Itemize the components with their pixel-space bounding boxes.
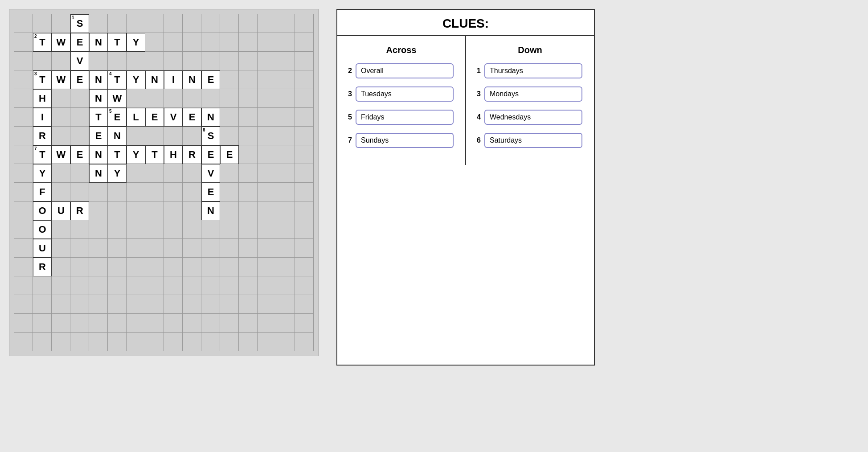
grid-cell: [239, 89, 258, 108]
cell-number: 3: [34, 72, 37, 76]
grid-cell: [258, 145, 276, 164]
grid-cell: N: [89, 89, 108, 108]
grid-cell: [183, 239, 201, 258]
grid-cell: [183, 52, 201, 70]
grid-cell: [201, 276, 220, 295]
grid-cell: [164, 276, 183, 295]
grid-cell: [52, 239, 70, 258]
grid-cell: E: [70, 145, 89, 164]
grid-cell: E: [70, 70, 89, 89]
grid-cell: [52, 127, 70, 145]
grid-cell: [295, 108, 314, 127]
grid-cell: [164, 183, 183, 201]
clue-row: 6: [473, 133, 587, 148]
clue-input[interactable]: [356, 110, 454, 125]
cell-letter: U: [57, 205, 65, 217]
grid-cell: E: [201, 70, 220, 89]
grid-cell: [164, 220, 183, 239]
cell-letter: E: [208, 186, 214, 198]
grid-cell: [258, 127, 276, 145]
grid-cell: [239, 108, 258, 127]
grid-cell: [89, 295, 108, 314]
grid-cell: [14, 258, 33, 276]
grid-cell: R: [70, 201, 89, 220]
grid-cell: [164, 258, 183, 276]
grid-cell: N: [108, 127, 127, 145]
grid-cell: [258, 276, 276, 295]
grid-cell: [145, 276, 164, 295]
clue-input[interactable]: [484, 133, 582, 148]
grid-cell: [145, 127, 164, 145]
grid-cell: O: [33, 220, 52, 239]
grid-cell: [239, 52, 258, 70]
grid-cell: F: [33, 183, 52, 201]
grid-cell: [239, 333, 258, 351]
grid-cell: I: [33, 108, 52, 127]
grid-cell: R: [33, 258, 52, 276]
down-clues: 1346: [473, 63, 587, 148]
crossword-grid: 1S2TWENTYV3TWEN4TYNINEHNWIT5ELEVENREN6S7…: [14, 14, 314, 351]
grid-cell: [52, 295, 70, 314]
grid-cell: [52, 276, 70, 295]
clue-input[interactable]: [484, 63, 582, 78]
grid-cell: [145, 333, 164, 351]
grid-cell: [145, 52, 164, 70]
grid-cell: [145, 220, 164, 239]
grid-cell: [258, 220, 276, 239]
grid-cell: [220, 164, 239, 183]
grid-cell: [239, 127, 258, 145]
grid-cell: W: [52, 33, 70, 52]
grid-cell: [276, 276, 295, 295]
grid-cell: [52, 89, 70, 108]
grid-cell: [201, 258, 220, 276]
grid-cell: [276, 258, 295, 276]
cell-letter: O: [38, 205, 46, 217]
grid-cell: E: [145, 108, 164, 127]
grid-cell: [258, 333, 276, 351]
cell-letter: Y: [133, 37, 139, 48]
cell-letter: R: [188, 149, 196, 160]
grid-cell: [258, 183, 276, 201]
grid-cell: [108, 52, 127, 70]
grid-cell: [89, 314, 108, 333]
grid-cell: [14, 220, 33, 239]
cell-letter: R: [76, 205, 83, 217]
grid-cell: W: [52, 145, 70, 164]
down-header: Down: [473, 45, 587, 55]
cell-letter: N: [95, 93, 102, 104]
grid-cell: [220, 70, 239, 89]
grid-cell: 5E: [108, 108, 127, 127]
grid-cell: [164, 239, 183, 258]
grid-cell: [52, 164, 70, 183]
clue-row: 3: [473, 86, 587, 102]
grid-cell: [14, 201, 33, 220]
grid-cell: [52, 258, 70, 276]
grid-cell: [295, 145, 314, 164]
across-clues: 2357: [344, 63, 459, 148]
clue-input[interactable]: [484, 86, 582, 102]
grid-cell: [201, 52, 220, 70]
grid-cell: [70, 183, 89, 201]
grid-cell: [108, 276, 127, 295]
grid-cell: [295, 52, 314, 70]
clue-input[interactable]: [356, 63, 454, 78]
cell-letter: S: [208, 130, 214, 142]
grid-cell: [201, 239, 220, 258]
grid-cell: [33, 295, 52, 314]
clue-row: 5: [344, 110, 459, 125]
clue-input[interactable]: [484, 110, 582, 125]
grid-cell: [295, 127, 314, 145]
cell-letter: V: [170, 111, 177, 123]
grid-cell: [276, 201, 295, 220]
grid-cell: V: [164, 108, 183, 127]
grid-cell: [258, 14, 276, 33]
cell-letter: H: [39, 93, 46, 104]
grid-cell: Y: [127, 145, 145, 164]
grid-cell: [14, 183, 33, 201]
cell-letter: E: [226, 149, 233, 160]
cell-letter: N: [207, 111, 214, 123]
grid-cell: [70, 276, 89, 295]
clue-input[interactable]: [356, 133, 454, 148]
clue-input[interactable]: [356, 86, 454, 102]
cell-letter: E: [189, 111, 196, 123]
